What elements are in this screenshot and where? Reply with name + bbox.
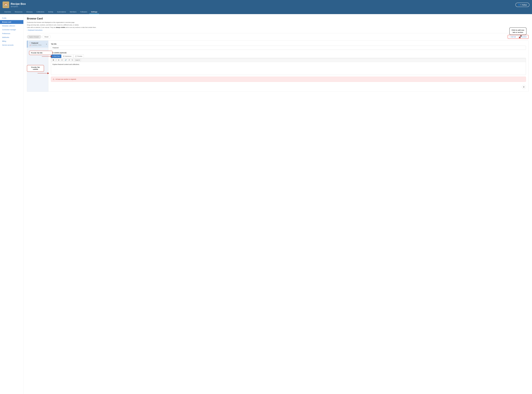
page-title: Browse Card [27, 17, 529, 20]
reset-button[interactable]: Reset [42, 35, 51, 39]
delete-button[interactable]: 🗑 [522, 85, 526, 89]
tab-sections-links: 0 sections, 0 links [31, 44, 41, 46]
toolbar-row: Apply changes Reset Click to add new tab… [27, 35, 529, 39]
nav-item-collections[interactable]: Collections [35, 10, 46, 14]
chevron-right-icon: › [27, 29, 27, 31]
tab-markdown[interactable]: Ⓜ Markdown [62, 54, 73, 58]
keyboard-instructions-label: Keyboard instructions [28, 29, 42, 31]
richtext-icon: ≡ [52, 55, 53, 57]
error-icon: ⚠ [53, 78, 54, 80]
nav-bar: Overview Resources Glossary Collections … [0, 10, 532, 14]
insert-chevron-icon: ▾ [79, 59, 80, 61]
nav-item-resources[interactable]: Resources [13, 10, 24, 14]
sidebar-item-billing[interactable]: Billing [0, 39, 23, 43]
tab-content-area: ⠿ Featured ⚠ 0 sections, 0 links ∨ [27, 41, 529, 92]
sidebar-item-service-accounts[interactable]: Service accounts [0, 43, 23, 47]
follow-label: Follow [522, 4, 527, 6]
markdown-icon: Ⓜ [63, 55, 64, 57]
sidebar-item-connection-manager[interactable]: Connection manager [0, 28, 23, 32]
tab-label: Featured [31, 42, 38, 44]
sidebar-item-metadata-collectors[interactable]: Metadata collectors [0, 24, 23, 28]
asterisk-note: Links with an asterisk (*) are manual. T… [27, 26, 529, 28]
error-message: At least one section is required. [56, 78, 76, 80]
redo-button[interactable]: ↻ [71, 59, 74, 61]
insert-button[interactable]: Insert ▾ [74, 59, 81, 61]
link-button[interactable]: 🔗 [64, 59, 67, 61]
org-logo: 🏠 [3, 1, 9, 8]
nav-item-settings[interactable]: Settings [89, 10, 99, 14]
sidebar-item-browse-card[interactable]: Browse card [0, 20, 23, 24]
description-2: Drag and drop tabs, sections, and links … [27, 24, 529, 26]
sidebar: Profile Browse card Metadata collectors … [0, 14, 24, 394]
drag-icon: ⠿ [30, 42, 31, 44]
org-name: Recipe Box [11, 2, 26, 5]
add-tab-section-callout: Click to add new tab or section [509, 27, 527, 35]
code-button[interactable]: <> [61, 59, 63, 61]
undo-button[interactable]: ↺ [68, 59, 70, 61]
richtext-tabs: ≡ Rich Text Ⓜ Markdown ⬜ Preview [51, 54, 526, 58]
bold-button[interactable]: B [52, 59, 54, 61]
description-1: Customize the browse card displayed on t… [27, 21, 529, 23]
follow-icon: 👤+ [518, 4, 521, 6]
add-tab-button[interactable]: + Add tab [510, 36, 516, 38]
strikethrough-button[interactable]: S [58, 59, 60, 61]
tab-subtitle-label: Tab subtitle (optional) [51, 52, 526, 54]
logo-emoji: 🏠 [4, 3, 8, 7]
tab-preview[interactable]: ⬜ Preview [73, 54, 84, 58]
editor-content[interactable]: Explore featured content and collections… [51, 62, 526, 75]
error-alert: ⚠ At least one section is required. [51, 77, 526, 82]
richtext-editor: B I S <> 🔗 ↺ ↻ Insert ▾ [51, 58, 526, 75]
app-header: 🏠 Recipe Box @recipebox 👤+ Follow [0, 0, 532, 10]
nav-item-activity[interactable]: Activity [46, 10, 55, 14]
nav-item-members[interactable]: Members [68, 10, 78, 14]
tab-title-input[interactable] [51, 46, 526, 50]
tab-form: Tab title Tab subtitle (optional) ≡ Rich… [48, 41, 528, 92]
org-handle: @recipebox [11, 6, 26, 7]
header-left: 🏠 Recipe Box @recipebox [3, 1, 26, 8]
preview-icon: ⬜ [75, 55, 77, 57]
nav-item-overview[interactable]: Overview [3, 10, 13, 14]
toolbar-left: Apply changes Reset [27, 35, 51, 39]
tab-item-featured[interactable]: ⠿ Featured ⚠ 0 sections, 0 links ∨ [27, 41, 48, 48]
sidebar-item-preferences[interactable]: Preferences [0, 32, 23, 36]
chevron-down-icon: ∨ [46, 43, 47, 45]
nav-item-followers[interactable]: Followers [79, 10, 89, 14]
sidebar-item-profile[interactable]: Profile [0, 16, 23, 20]
tab-subtitle-callout: Provide Tab subtitle [27, 65, 44, 72]
org-info: Recipe Box @recipebox [11, 2, 26, 7]
error-dot-icon: ⚠ [30, 44, 31, 46]
nav-item-glossary[interactable]: Glossary [25, 10, 34, 14]
nav-item-automations[interactable]: Automations [55, 10, 67, 14]
italic-button[interactable]: I [55, 59, 57, 61]
sidebar-item-webhooks[interactable]: Webhooks [0, 36, 23, 39]
editor-toolbar: B I S <> 🔗 ↺ ↻ Insert ▾ [51, 58, 526, 62]
apply-changes-button[interactable]: Apply changes [27, 35, 41, 39]
tab-title-callout: Provide Tab title [29, 51, 52, 55]
follow-button[interactable]: 👤+ Follow [516, 3, 529, 7]
main-content: Browse Card Customize the browse card di… [24, 14, 532, 394]
tab-sub: ⚠ 0 sections, 0 links [30, 44, 46, 46]
tab-item-left: ⠿ Featured [30, 42, 46, 44]
main-container: Profile Browse card Metadata collectors … [0, 14, 532, 394]
keyboard-instructions[interactable]: › Keyboard instructions [27, 29, 529, 31]
tab-title-label: Tab title [51, 43, 526, 45]
